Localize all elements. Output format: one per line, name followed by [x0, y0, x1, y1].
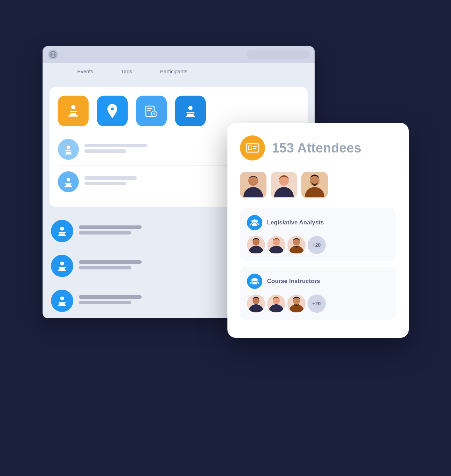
svg-point-24 [67, 178, 70, 181]
attendees-header: 153 Attendees [240, 135, 396, 161]
speaker-icon-card[interactable] [58, 96, 89, 126]
svg-rect-41 [248, 146, 252, 149]
avatar-2 [271, 172, 297, 198]
presenter-icon-card[interactable] [175, 96, 206, 126]
svg-rect-29 [59, 232, 66, 233]
group-avatars-1: +20 [247, 236, 389, 254]
event-line [79, 266, 131, 269]
group-header-2: Course Instructors [247, 274, 389, 289]
globe-icon [48, 50, 58, 59]
group-title-2: Course Instructors [267, 278, 320, 285]
category-icons-row [58, 96, 299, 126]
count-badge-1: +20 [308, 236, 326, 254]
registration-icon-card[interactable] [136, 96, 167, 126]
event-line [79, 225, 142, 229]
svg-point-16 [188, 106, 193, 110]
event-line [79, 301, 131, 304]
top-avatars-row [240, 172, 396, 198]
group-icon-2 [247, 274, 262, 289]
event-icon-below-3 [51, 290, 73, 312]
svg-rect-27 [65, 186, 72, 187]
attendees-title: 153 Attendees [272, 141, 361, 156]
avatar-1 [240, 172, 266, 198]
event-line [79, 231, 131, 235]
event-icon-below-2 [51, 255, 73, 277]
nav-tabs: Events Tags Participants [43, 63, 315, 80]
svg-point-58 [253, 278, 256, 281]
svg-rect-25 [65, 183, 72, 184]
group-avatars-2: +20 [247, 295, 389, 313]
scene: Events Tags Participants [43, 46, 409, 430]
event-line [84, 144, 147, 147]
tab-events[interactable]: Events [63, 63, 107, 80]
group-title-1: Legislative Analysts [267, 219, 324, 226]
attendees-panel: 153 Attendees [227, 123, 409, 338]
svg-rect-23 [65, 154, 72, 155]
tab-tags[interactable]: Tags [107, 63, 146, 80]
svg-point-36 [60, 297, 64, 300]
location-icon-card[interactable] [97, 96, 128, 126]
event-line [84, 176, 137, 180]
group-icon-1 [247, 215, 262, 230]
browser-bar [43, 46, 315, 63]
svg-rect-19 [186, 116, 195, 117]
event-icon-below-1 [51, 220, 73, 242]
svg-rect-39 [58, 305, 66, 306]
tab-participants[interactable]: Participants [146, 63, 201, 80]
legislative-analysts-section: Legislative Analysts [240, 208, 396, 261]
avatar-3 [301, 172, 328, 198]
group-avatar-2 [267, 236, 285, 254]
svg-point-52 [253, 220, 256, 223]
group-avatar-5 [267, 295, 285, 313]
svg-rect-31 [58, 235, 66, 236]
count-badge-2: +20 [308, 295, 326, 313]
event-line [84, 149, 126, 153]
svg-rect-14 [147, 108, 152, 109]
svg-rect-21 [65, 150, 72, 151]
group-avatar-1 [247, 236, 265, 254]
svg-point-32 [60, 262, 64, 266]
event-line [84, 182, 126, 185]
svg-rect-33 [59, 267, 66, 268]
event-icon-1 [58, 139, 79, 160]
group-avatar-4 [247, 295, 265, 313]
svg-rect-15 [147, 110, 151, 111]
course-instructors-section: Course Instructors [240, 267, 396, 320]
svg-rect-35 [58, 270, 66, 271]
attendees-icon [240, 135, 265, 161]
event-icon-2 [58, 171, 79, 192]
event-line [79, 295, 142, 299]
address-bar[interactable] [246, 50, 309, 59]
group-header-1: Legislative Analysts [247, 215, 389, 230]
svg-rect-17 [186, 112, 195, 113]
group-avatar-3 [287, 236, 306, 254]
svg-point-20 [67, 146, 70, 149]
svg-point-28 [60, 227, 64, 231]
svg-rect-37 [59, 302, 66, 303]
group-avatar-6 [287, 295, 306, 313]
svg-point-5 [71, 105, 75, 109]
event-line [79, 260, 142, 264]
